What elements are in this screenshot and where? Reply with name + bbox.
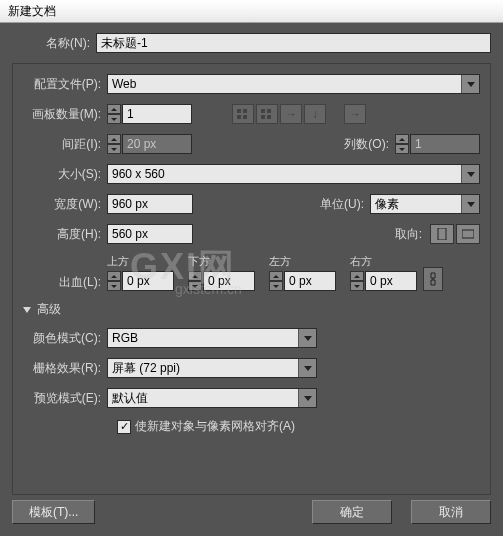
chevron-down-icon xyxy=(461,75,479,93)
bleed-top-input[interactable] xyxy=(122,271,174,291)
raster-label: 栅格效果(R): xyxy=(23,360,107,377)
artboards-stepper[interactable] xyxy=(107,104,121,124)
bleed-left-input[interactable] xyxy=(284,271,336,291)
width-label: 宽度(W): xyxy=(23,196,107,213)
orient-landscape-button[interactable] xyxy=(456,224,480,244)
columns-input xyxy=(410,134,480,154)
raster-select[interactable]: 屏幕 (72 ppi) xyxy=(107,358,317,378)
size-select[interactable]: 960 x 560 xyxy=(107,164,480,184)
bleed-right-label: 右方 xyxy=(350,254,417,269)
svg-rect-5 xyxy=(267,109,271,113)
svg-rect-2 xyxy=(237,115,241,119)
template-button[interactable]: 模板(T)... xyxy=(12,500,95,524)
svg-rect-0 xyxy=(237,109,241,113)
profile-select[interactable]: Web xyxy=(107,74,480,94)
artboards-label: 画板数量(M): xyxy=(23,106,107,123)
artboards-input[interactable] xyxy=(122,104,192,124)
profile-label: 配置文件(P): xyxy=(23,76,107,93)
bleed-bottom-input[interactable] xyxy=(203,271,255,291)
colormode-select[interactable]: RGB xyxy=(107,328,317,348)
orient-label: 取向: xyxy=(382,226,428,243)
name-input[interactable] xyxy=(96,33,491,53)
align-grid-checkbox[interactable]: ✓ xyxy=(117,420,131,434)
new-document-dialog: 新建文档 名称(N): 配置文件(P): Web 画板数量(M): xyxy=(0,0,503,536)
bleed-left-stepper[interactable] xyxy=(269,271,283,291)
svg-rect-1 xyxy=(243,109,247,113)
name-label: 名称(N): xyxy=(12,35,96,52)
triangle-down-icon xyxy=(23,307,31,313)
chevron-down-icon xyxy=(298,359,316,377)
titlebar: 新建文档 xyxy=(0,0,503,23)
bleed-left-label: 左方 xyxy=(269,254,336,269)
svg-rect-8 xyxy=(438,228,446,240)
bleed-right-stepper[interactable] xyxy=(350,271,364,291)
svg-rect-7 xyxy=(267,115,271,119)
bleed-label: 出血(L): xyxy=(23,274,107,291)
unit-label: 单位(U): xyxy=(310,196,370,213)
window-title: 新建文档 xyxy=(8,4,56,18)
svg-rect-9 xyxy=(462,230,474,238)
bleed-right-input[interactable] xyxy=(365,271,417,291)
orient-portrait-button[interactable] xyxy=(430,224,454,244)
arrange-down-icon: ↓ xyxy=(304,104,326,124)
advanced-toggle[interactable]: 高级 xyxy=(23,301,480,318)
width-input[interactable] xyxy=(107,194,193,214)
dialog-body: 名称(N): 配置文件(P): Web 画板数量(M): → ↓ xyxy=(0,23,503,536)
colormode-label: 颜色模式(C): xyxy=(23,330,107,347)
spacing-input xyxy=(122,134,192,154)
spacing-label: 间距(I): xyxy=(23,136,107,153)
chevron-down-icon xyxy=(461,165,479,183)
chevron-down-icon xyxy=(298,329,316,347)
arrange-single-icon: → xyxy=(344,104,366,124)
svg-rect-4 xyxy=(261,109,265,113)
bleed-top-stepper[interactable] xyxy=(107,271,121,291)
svg-rect-3 xyxy=(243,115,247,119)
preview-select[interactable]: 默认值 xyxy=(107,388,317,408)
grid-by-row-icon xyxy=(232,104,254,124)
arrange-right-icon: → xyxy=(280,104,302,124)
align-grid-label: 使新建对象与像素网格对齐(A) xyxy=(135,418,295,435)
unit-select[interactable]: 像素 xyxy=(370,194,480,214)
columns-label: 列数(O): xyxy=(335,136,395,153)
svg-rect-6 xyxy=(261,115,265,119)
cancel-button[interactable]: 取消 xyxy=(411,500,491,524)
ok-button[interactable]: 确定 xyxy=(312,500,392,524)
link-bleed-icon[interactable] xyxy=(423,267,443,291)
main-panel: 配置文件(P): Web 画板数量(M): → ↓ → 间距(I): xyxy=(12,63,491,495)
bleed-top-label: 上方 xyxy=(107,254,174,269)
preview-label: 预览模式(E): xyxy=(23,390,107,407)
height-label: 高度(H): xyxy=(23,226,107,243)
bleed-bottom-label: 下方 xyxy=(188,254,255,269)
columns-stepper xyxy=(395,134,409,154)
size-label: 大小(S): xyxy=(23,166,107,183)
spacing-stepper xyxy=(107,134,121,154)
grid-by-col-icon xyxy=(256,104,278,124)
bleed-bottom-stepper[interactable] xyxy=(188,271,202,291)
chevron-down-icon xyxy=(298,389,316,407)
chevron-down-icon xyxy=(461,195,479,213)
height-input[interactable] xyxy=(107,224,193,244)
